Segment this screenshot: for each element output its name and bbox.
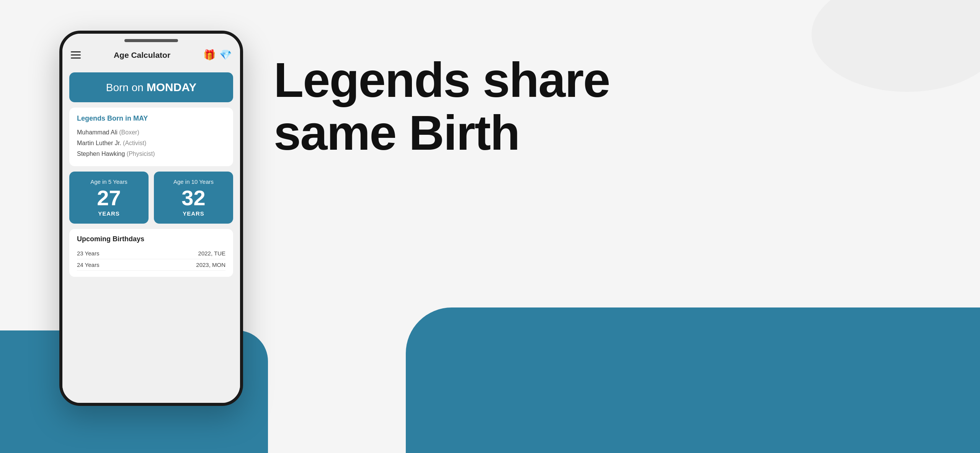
legend-role-3: (Physicist) xyxy=(127,150,155,157)
age-5-label: Age in 5 Years xyxy=(75,178,143,185)
age-5-number: 27 xyxy=(75,187,143,209)
born-prefix: Born on MONDAY xyxy=(106,82,196,93)
phone-frame: Age Calculator 🎁 💎 Born on MONDAY Legend… xyxy=(59,31,243,406)
birthday-date-1: 2022, TUE xyxy=(198,250,225,257)
age-10-unit: YEARS xyxy=(159,210,228,217)
legend-role-1: (Boxer) xyxy=(119,129,139,136)
phone-wrapper: Age Calculator 🎁 💎 Born on MONDAY Legend… xyxy=(59,31,243,406)
born-day: MONDAY xyxy=(147,81,197,93)
menu-icon[interactable] xyxy=(71,51,81,59)
app-content: Born on MONDAY Legends Born in MAY Muham… xyxy=(62,67,240,403)
main-container: Age Calculator 🎁 💎 Born on MONDAY Legend… xyxy=(0,0,980,453)
tagline: Legends share same Birth xyxy=(274,54,942,159)
upcoming-section: Upcoming Birthdays 23 Years 2022, TUE 24… xyxy=(69,229,233,277)
legend-item-3: Stephen Hawking (Physicist) xyxy=(77,149,225,159)
legends-card: Legends Born in MAY Muhammad Ali (Boxer)… xyxy=(69,108,233,166)
upcoming-title: Upcoming Birthdays xyxy=(77,235,225,243)
born-banner: Born on MONDAY xyxy=(69,72,233,102)
menu-line-1 xyxy=(71,51,81,52)
age-card-10years: Age in 10 Years 32 YEARS xyxy=(154,172,233,224)
legends-title: Legends Born in MAY xyxy=(77,114,225,123)
age-5-unit: YEARS xyxy=(75,210,143,217)
legend-item-2: Martin Luther Jr. (Activist) xyxy=(77,138,225,149)
legends-title-prefix: Legends Born in xyxy=(77,114,133,122)
right-content: Legends share same Birth xyxy=(243,23,980,159)
birthday-date-2: 2023, MON xyxy=(196,262,225,268)
tagline-line1: Legends share xyxy=(274,52,609,107)
birthday-years-2: 24 Years xyxy=(77,262,99,268)
age-card-5years: Age in 5 Years 27 YEARS xyxy=(69,172,149,224)
app-title: Age Calculator xyxy=(114,51,170,60)
tagline-line2: same Birth xyxy=(274,105,519,160)
age-10-number: 32 xyxy=(159,187,228,209)
legend-role-2: (Activist) xyxy=(123,140,146,146)
menu-line-2 xyxy=(71,54,81,56)
header-icons: 🎁 💎 xyxy=(203,49,232,61)
phone-status-bar xyxy=(62,34,240,44)
age-cards-row: Age in 5 Years 27 YEARS Age in 10 Years … xyxy=(69,172,233,224)
menu-line-3 xyxy=(71,57,81,59)
birthday-years-1: 23 Years xyxy=(77,250,99,257)
legends-month: MAY xyxy=(133,114,148,122)
gem-icon[interactable]: 💎 xyxy=(219,49,232,61)
age-10-label: Age in 10 Years xyxy=(159,178,228,185)
legend-item-1: Muhammad Ali (Boxer) xyxy=(77,127,225,138)
phone-notch xyxy=(124,39,178,42)
birthday-row-1: 23 Years 2022, TUE xyxy=(77,248,225,259)
app-header: Age Calculator 🎁 💎 xyxy=(62,44,240,67)
birthday-row-2: 24 Years 2023, MON xyxy=(77,259,225,271)
gift-icon[interactable]: 🎁 xyxy=(203,49,216,61)
